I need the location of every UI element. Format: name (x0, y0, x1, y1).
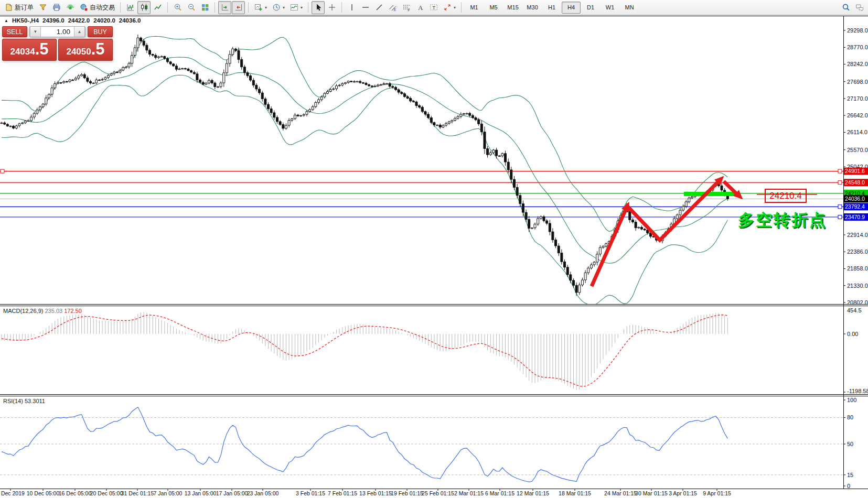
collapse-panel-icon[interactable]: ▲ (4, 18, 8, 23)
bollinger-lower (2, 75, 727, 305)
svg-text:28770.0: 28770.0 (847, 44, 868, 50)
volume-decrease-icon[interactable]: ▼ (30, 27, 41, 37)
ohlc-open: 24396.0 (42, 17, 65, 24)
indicators-button[interactable]: ▾ (287, 1, 305, 14)
timeframe-h1-button[interactable]: H1 (542, 2, 561, 14)
auto-scroll-button[interactable] (218, 1, 231, 14)
time-label: 13 Feb 01:15 (359, 490, 392, 496)
autotrade-button[interactable]: 自动交易 (77, 1, 117, 14)
svg-text:27698.0: 27698.0 (847, 79, 868, 85)
fibo-icon: F (402, 3, 411, 12)
arrows-icon (443, 3, 452, 12)
search-icon[interactable] (839, 1, 852, 14)
toolbar-separator (215, 2, 215, 13)
line-chart-button[interactable] (151, 1, 164, 14)
svg-text:T: T (432, 5, 435, 10)
time-label: 3 Apr 01:15 (669, 490, 697, 496)
bar-chart-button[interactable] (124, 1, 137, 14)
volume-value[interactable]: 1.00 (41, 27, 74, 37)
timeframe-d1-button[interactable]: D1 (581, 2, 600, 14)
horizontal-line-button[interactable] (359, 1, 372, 14)
timeframe-m1-button[interactable]: M1 (465, 2, 484, 14)
vertical-line-button[interactable] (345, 1, 358, 14)
chart-shift-button[interactable] (232, 1, 245, 14)
bollinger-bands (2, 36, 727, 305)
toolbar: 新订单自动交易▾▾▾EFAT▾M1M5M15M30H1H4D1W1MN (0, 0, 868, 15)
sell-button[interactable]: SELL (2, 26, 27, 37)
chat-icon (855, 3, 864, 12)
time-label: 12 Mar 01:15 (517, 490, 549, 496)
bollinger-middle (2, 57, 727, 263)
svg-text:25570.0: 25570.0 (847, 147, 868, 153)
history-funnel-icon[interactable] (36, 1, 49, 14)
toolbar-separator (308, 2, 308, 13)
new-chart-button[interactable]: ▾ (252, 1, 269, 14)
timeframe-w1-button[interactable]: W1 (601, 2, 619, 14)
timeframe-mn-button[interactable]: MN (620, 2, 639, 14)
print-chart-icon[interactable] (50, 1, 63, 14)
zoomin-icon (173, 3, 182, 12)
new-order-button[interactable]: 新订单 (2, 1, 36, 14)
svg-text:0: 0 (847, 483, 850, 489)
crosshair-button[interactable] (325, 1, 338, 14)
text-button[interactable]: A (413, 1, 426, 14)
shapes-button[interactable]: ▾ (441, 1, 458, 14)
buy-button[interactable]: BUY (88, 26, 113, 37)
time-label: 31 Dec 01:15 (121, 490, 154, 496)
toolbar-separator (341, 2, 342, 13)
chevron-down-icon[interactable]: ▾ (454, 5, 456, 10)
fibonacci-button[interactable]: F (400, 1, 413, 14)
tile-windows-button[interactable] (198, 1, 211, 14)
rsi-indicator-label: RSI(14) 53.3011 (3, 398, 45, 404)
chevron-down-icon[interactable]: ▾ (283, 5, 285, 10)
time-label: 7 Jan 05:00 (154, 490, 183, 496)
signal-icon[interactable] (63, 1, 77, 14)
toolbar-separator (248, 2, 249, 13)
macd-indicator-label: MACD(12,26,9) 235.03 172.50 (3, 308, 82, 314)
trendline-button[interactable] (372, 1, 385, 14)
volume-increase-icon[interactable]: ▲ (74, 27, 85, 37)
linechart-icon (153, 3, 162, 12)
ohlc-close: 24036.0 (119, 17, 141, 24)
rsi-panel (0, 407, 843, 482)
text-label-button[interactable]: T (427, 1, 440, 14)
time-label: 7 Feb 01:15 (328, 490, 357, 496)
price-callout[interactable]: 24210.4 (765, 189, 807, 203)
time-label: 6 Mar 01:15 (485, 490, 515, 496)
channel-button[interactable]: E (386, 1, 399, 14)
indicator-icon (290, 3, 298, 12)
zoomout-icon (187, 3, 196, 12)
periods-button[interactable]: ▾ (270, 1, 287, 14)
price-badge: 24901.6 (845, 168, 865, 174)
bollinger-upper (2, 36, 727, 231)
chart-canvas: 29298.028770.028242.027698.027170.026642… (0, 0, 868, 498)
zoom-in-button[interactable] (171, 1, 184, 14)
candle-chart-button[interactable] (137, 1, 151, 14)
sell-price-tile[interactable]: 24034.5 (2, 39, 57, 61)
volume-stepper[interactable]: ▼ 1.00 ▲ (29, 26, 85, 37)
timeframe-h4-button[interactable]: H4 (562, 2, 581, 14)
macd-signal-line (2, 315, 727, 386)
svg-text:-1198.58: -1198.58 (847, 388, 868, 394)
buy-price-main: 24050 (66, 43, 91, 61)
chevron-down-icon[interactable]: ▾ (265, 5, 267, 10)
chevron-down-icon[interactable]: ▾ (301, 5, 303, 10)
new-order-button-label: 新订单 (15, 3, 34, 12)
sell-price-frac: .5 (35, 40, 49, 58)
svg-text:100: 100 (847, 397, 856, 403)
timeframe-m5-button[interactable]: M5 (484, 2, 503, 14)
macd-histogram (2, 312, 727, 390)
chart-ohlc-header: ▲ HK50-,H4 24396.0 24422.0 24020.0 24036… (4, 17, 141, 24)
timeframe-m30-button[interactable]: M30 (523, 2, 542, 14)
chat-icon[interactable] (853, 1, 866, 14)
svg-text:29298.0: 29298.0 (847, 27, 868, 34)
buy-price-tile[interactable]: 24050.5 (58, 39, 113, 61)
time-label: 18 Mar 01:15 (559, 490, 591, 496)
svg-text:27170.0: 27170.0 (847, 95, 868, 102)
turning-point-label[interactable]: 多空转折点 (738, 209, 827, 231)
cursor-button[interactable] (312, 1, 325, 14)
timeframe-m15-button[interactable]: M15 (503, 2, 522, 14)
zoom-out-button[interactable] (185, 1, 198, 14)
time-label: 13 Jan 05:00 (185, 490, 217, 496)
time-label: 20 Dec 05:00 (90, 490, 123, 496)
